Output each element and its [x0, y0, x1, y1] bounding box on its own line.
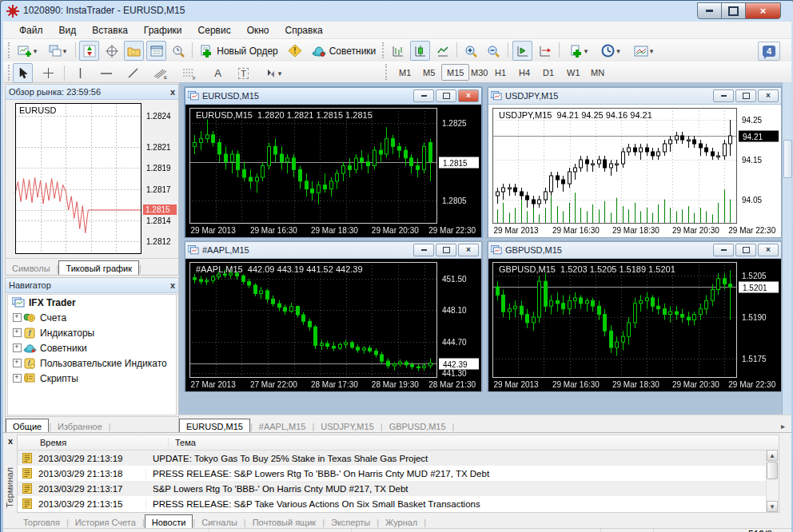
window-maximize-button[interactable] [721, 2, 746, 19]
child-minimize-button[interactable] [713, 244, 734, 256]
menu-item-1[interactable]: Вид [51, 23, 85, 38]
menu-item-6[interactable]: Справка [277, 23, 331, 38]
auto-scroll-button[interactable] [512, 41, 532, 61]
chart-window-titlebar[interactable]: #AAPL,M15 × [185, 242, 481, 259]
navigator-toggle-button[interactable] [124, 41, 144, 61]
data-window-button[interactable] [102, 41, 122, 61]
scrollbar-thumb[interactable] [767, 462, 778, 479]
tree-item-4[interactable]: +Скрипты [8, 371, 176, 386]
scroll-down-arrow[interactable]: ▼ [767, 501, 778, 512]
navigator-header[interactable]: Навигатор x [6, 278, 178, 293]
candlestick-chart-button[interactable] [410, 41, 430, 61]
expand-plus-icon[interactable]: + [13, 328, 22, 337]
channel-tool-button[interactable]: E [150, 63, 170, 83]
timeframe-button-D1[interactable]: D1 [537, 64, 560, 81]
child-restore-button[interactable] [436, 244, 456, 256]
expand-plus-icon[interactable]: + [13, 343, 22, 352]
zoom-out-button[interactable] [484, 41, 504, 61]
menu-item-2[interactable]: Вставка [84, 23, 136, 38]
status-one-click-trading[interactable]: IFX One Click Trading [209, 529, 352, 532]
news-row-3[interactable]: 2013/03/29 21:13:15PRESS RELEASE: S&P Ta… [18, 496, 779, 511]
new-chart-button[interactable]: ▾ [13, 41, 42, 61]
expand-plus-icon[interactable]: + [13, 374, 22, 383]
chart-window-titlebar[interactable]: USDJPY,M15 × [488, 88, 781, 105]
news-scrollbar[interactable]: ▲ ▼ [766, 450, 779, 512]
terminal-tab-4[interactable]: Почтовый ящик [246, 516, 322, 529]
menu-item-3[interactable]: Графики [136, 23, 190, 38]
terminal-tab-3[interactable]: Сигналы [195, 516, 244, 529]
text-tool-button[interactable]: A [208, 63, 228, 83]
strategy-tester-button[interactable] [169, 41, 189, 61]
market-watch-tab-1[interactable]: Тиковый график [58, 260, 139, 275]
terminal-tab-2[interactable]: Новости [145, 514, 193, 529]
templates-button[interactable]: ▾ [628, 41, 660, 61]
terminal-tab-0[interactable]: Торговля [17, 516, 66, 529]
chart-window-titlebar[interactable]: EURUSD,M15 × [185, 88, 481, 105]
scrollbar-thumb[interactable] [783, 140, 792, 178]
chart-window-aapl[interactable]: #AAPL,M15 × [184, 240, 483, 392]
label-tool-button[interactable]: T [233, 63, 253, 83]
fibonacci-tool-button[interactable]: F [179, 63, 199, 83]
window-minimize-button[interactable] [697, 2, 722, 19]
horizontal-line-tool-button[interactable] [96, 63, 116, 83]
line-chart-button[interactable] [432, 41, 452, 61]
child-close-button[interactable]: × [758, 244, 779, 256]
menu-item-4[interactable]: Сервис [190, 23, 239, 38]
terminal-tab-6[interactable]: Журнал [379, 516, 424, 529]
column-header-topic[interactable]: Тема [169, 438, 196, 447]
chart-shift-button[interactable] [535, 41, 555, 61]
periods-button[interactable]: ▾ [596, 41, 626, 61]
close-icon[interactable]: x [170, 87, 175, 97]
navigator-tab-0[interactable]: Общие [6, 419, 49, 433]
tree-root-ifx-trader[interactable]: IFX Trader [8, 295, 176, 310]
menu-item-0[interactable]: Файл [11, 23, 51, 38]
news-table-header[interactable]: Время Тема [18, 435, 779, 451]
terminal-tab-5[interactable]: Эксперты [325, 516, 377, 529]
cursor-tool-button[interactable] [13, 63, 33, 83]
new-order-button[interactable]: Новый Ордер [197, 41, 281, 61]
chart-tab-3[interactable]: GBPUSD,M15 [383, 420, 452, 433]
zoom-in-button[interactable] [461, 41, 481, 61]
workspace-scrollbar[interactable] [782, 82, 791, 415]
candlestick-chart-eurusd[interactable] [185, 105, 481, 237]
tree-item-0[interactable]: +Счета [8, 310, 176, 325]
chart-window-gbpusd[interactable]: GBPUSD,M15 × [487, 240, 783, 392]
timeframe-button-M1[interactable]: M1 [393, 64, 416, 81]
metaeditor-button[interactable]: ! [285, 41, 305, 61]
child-minimize-button[interactable] [413, 244, 434, 256]
timeframe-button-MN[interactable]: MN [585, 64, 610, 81]
menu-item-5[interactable]: Окно [239, 23, 277, 38]
terminal-tab-1[interactable]: История Счета [69, 516, 142, 529]
market-watch-toggle-button[interactable] [79, 41, 99, 61]
market-watch-header[interactable]: Обзор рынка: 23:59:56 x [6, 85, 178, 100]
scroll-up-arrow[interactable]: ▲ [767, 450, 778, 461]
indicators-button[interactable]: ▾ [564, 41, 594, 61]
window-close-button[interactable]: × [745, 2, 781, 19]
news-row-0[interactable]: 2013/03/29 21:13:19UPDATE: Tokyo Gas To … [18, 451, 779, 466]
advisors-button[interactable]: Советники [309, 41, 379, 61]
close-icon[interactable]: x [170, 280, 175, 290]
expand-plus-icon[interactable]: + [13, 359, 22, 367]
market-watch-tab-0[interactable]: Символы [6, 262, 57, 275]
close-icon[interactable]: x [8, 436, 13, 446]
arrows-tool-button[interactable]: ▾ [259, 63, 288, 83]
chart-tab-0[interactable]: EURUSD,M15 [179, 419, 250, 433]
bar-chart-button[interactable] [388, 41, 408, 61]
tick-chart[interactable] [7, 101, 177, 257]
child-restore-button[interactable] [436, 89, 456, 102]
toolbar-grip[interactable] [385, 64, 390, 80]
crosshair-tool-button[interactable] [38, 63, 58, 83]
chart-window-eurusd[interactable]: EURUSD,M15 × [184, 86, 483, 238]
news-row-2[interactable]: 2013/03/29 21:13:17S&P Lowers Rtg To 'BB… [18, 481, 779, 496]
child-minimize-button[interactable] [413, 89, 434, 102]
toolbar-grip[interactable] [382, 42, 387, 58]
chart-tab-2[interactable]: USDJPY,M15 [314, 420, 380, 433]
timeframe-button-M5[interactable]: M5 [417, 64, 440, 81]
child-restore-button[interactable] [735, 244, 756, 256]
terminal-toggle-button[interactable] [146, 41, 166, 61]
child-close-button[interactable]: × [758, 89, 779, 102]
child-close-button[interactable]: × [458, 244, 479, 256]
tree-item-1[interactable]: +fИндикаторы [8, 325, 176, 340]
timeframe-button-W1[interactable]: W1 [561, 64, 586, 81]
timeframe-button-H4[interactable]: H4 [513, 64, 536, 81]
